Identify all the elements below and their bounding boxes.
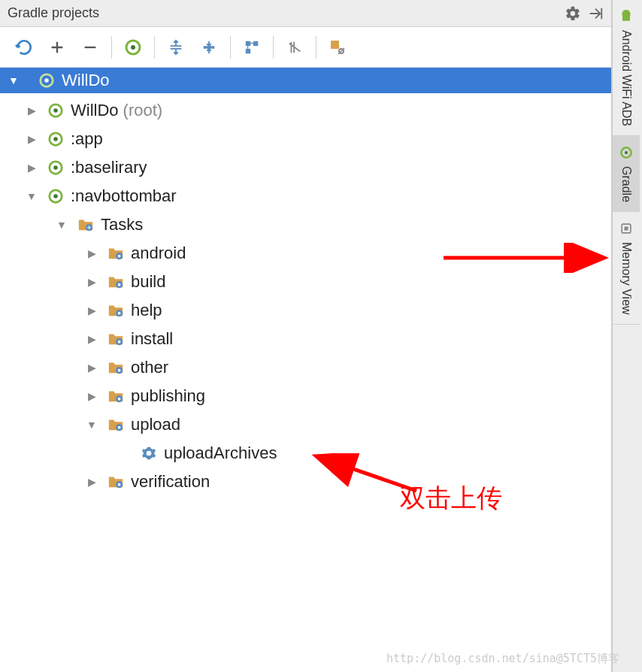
hide-panel-icon[interactable] [587,5,604,22]
tree-task-group-verification[interactable]: verification [0,468,611,496]
item-label: :baselirary [71,158,147,177]
folder-gear-icon [107,473,125,491]
item-label: verification [131,472,210,492]
chevron-down-icon[interactable] [6,74,21,86]
item-label: publishing [131,386,205,406]
svg-rect-33 [622,15,630,21]
item-label: :navbottombar [71,186,177,206]
item-label: upload [131,415,180,434]
folder-gear-icon [107,330,125,348]
chevron-right-icon[interactable] [24,104,39,117]
show-dependencies-button[interactable] [235,33,268,62]
svg-point-24 [118,341,121,344]
refresh-button[interactable] [8,33,41,62]
chevron-right-icon[interactable] [84,304,99,316]
side-tab-memory[interactable]: Memory View [613,212,640,325]
svg-point-7 [44,78,49,83]
remove-button[interactable] [74,33,107,62]
chevron-down-icon[interactable] [84,419,99,431]
item-suffix: (root) [123,101,163,120]
chevron-right-icon[interactable] [84,276,99,288]
side-tab-gradle[interactable]: Gradle [613,136,640,212]
svg-point-9 [53,108,58,113]
tree-item-root-module[interactable]: WillDo (root) [0,96,611,125]
svg-rect-3 [253,41,258,45]
svg-point-26 [118,369,121,372]
chevron-right-icon[interactable] [24,162,39,174]
gradle-icon [47,130,65,148]
toolbar-separator [154,36,155,59]
tree-task-group-build[interactable]: build [0,268,611,296]
chevron-right-icon[interactable] [84,390,99,402]
folder-gear-icon [107,301,125,319]
chevron-right-icon[interactable] [24,133,39,145]
execute-task-button[interactable] [117,33,150,62]
gear-icon[interactable] [565,5,581,22]
side-tab-label: Memory View [619,242,633,315]
tree-task-group-other[interactable]: other [0,353,611,382]
side-tab-label: Gradle [619,166,633,202]
item-label: install [131,329,173,349]
gradle-icon [38,71,56,89]
svg-point-1 [131,45,135,50]
svg-point-30 [118,426,121,429]
tree-task-group-help[interactable]: help [0,296,611,325]
tree-item-app[interactable]: :app [0,125,611,153]
android-icon [619,9,634,24]
item-label: other [131,358,168,377]
chevron-down-icon[interactable] [24,190,39,202]
gradle-icon [619,145,634,160]
tree-task-uploadArchives[interactable]: uploadArchives [0,439,611,468]
tree-item-tasks[interactable]: Tasks [0,210,611,239]
svg-rect-5 [331,41,339,49]
folder-gear-icon [107,387,125,405]
panel-title: Gradle projects [8,5,559,21]
expand-all-button[interactable] [159,33,192,62]
svg-point-32 [118,483,121,486]
svg-point-28 [118,398,121,401]
side-tab-wifi-adb[interactable]: Android WiFi ADB [613,0,640,136]
item-label: Tasks [101,215,143,235]
toolbar-separator [230,36,231,59]
chevron-right-icon[interactable] [84,362,99,374]
tree-task-group-install[interactable]: install [0,325,611,353]
toolbar-separator [111,36,112,59]
chevron-right-icon[interactable] [84,476,99,488]
folder-icon [77,216,95,234]
svg-point-13 [53,165,58,170]
gradle-icon [47,159,65,177]
toolbar-separator [316,36,316,59]
add-button[interactable] [41,33,74,62]
tree-task-group-publishing[interactable]: publishing [0,382,611,410]
memory-icon [619,221,634,236]
chevron-right-icon[interactable] [84,247,99,259]
svg-point-18 [118,255,121,258]
tree-item-navbottombar[interactable]: :navbottombar [0,182,611,210]
root-label: WillDo [62,71,110,90]
tree-task-group-android[interactable]: android [0,239,611,268]
gradle-settings-button[interactable] [321,33,354,62]
svg-point-22 [118,312,121,315]
chevron-down-icon[interactable] [54,219,69,231]
tree-item-baselirary[interactable]: :baselirary [0,153,611,182]
toolbar [0,27,611,68]
chevron-right-icon[interactable] [84,333,99,345]
offline-mode-button[interactable] [278,33,311,62]
tree-task-group-upload[interactable]: upload [0,410,611,439]
folder-gear-icon [107,273,125,291]
gear-task-icon [140,444,158,462]
folder-gear-icon [107,416,125,434]
tree-root-selected[interactable]: WillDo [0,68,611,93]
side-tabs: Android WiFi ADB Gradle Memory View [612,0,642,672]
svg-rect-37 [625,227,628,231]
item-label: build [131,272,165,292]
svg-rect-2 [246,41,250,45]
folder-gear-icon [107,359,125,377]
item-label: help [131,301,162,320]
item-label: WillDo [71,101,119,120]
svg-point-11 [53,137,58,141]
gradle-icon [47,101,65,120]
side-tab-label: Android WiFi ADB [619,30,633,126]
collapse-all-button[interactable] [192,33,226,62]
gradle-icon [47,187,65,205]
